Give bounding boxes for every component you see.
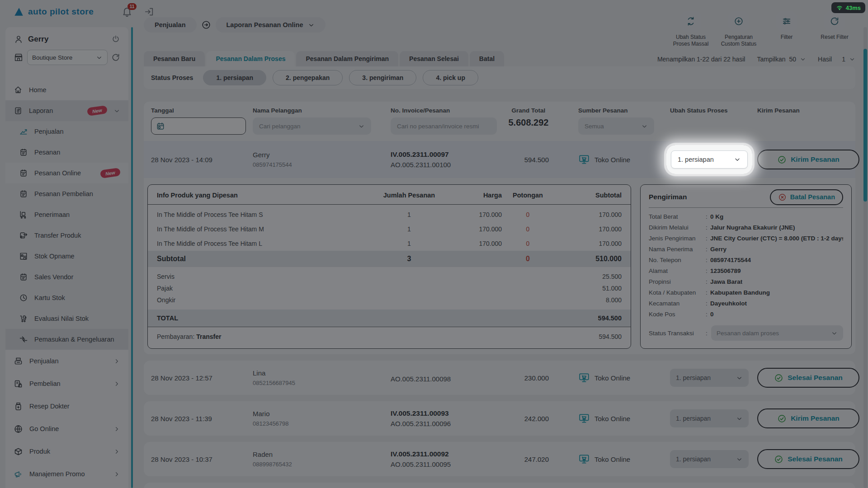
custom-status-tool[interactable]: Pengaturan Custom Status bbox=[718, 11, 760, 47]
nama-pelanggan-select[interactable]: Cari pelanggan bbox=[253, 117, 371, 135]
sidebar-item-resep-dokter[interactable]: Resep Dokter bbox=[5, 395, 128, 418]
report-icon bbox=[14, 106, 23, 115]
home-icon bbox=[14, 85, 23, 94]
order-invoice: IV.005.2311.00093 AO.005.2311.00096 bbox=[382, 409, 504, 427]
status-value: 1. persiapan bbox=[676, 455, 711, 463]
status-proses-select[interactable]: 1. persiapan bbox=[671, 150, 748, 169]
sidebar-item-laporan[interactable]: Laporan New bbox=[5, 100, 128, 121]
product-price: 170.000 bbox=[448, 211, 502, 218]
wifi-icon bbox=[836, 4, 843, 11]
chip-persiapan[interactable]: 1. persiapan bbox=[203, 70, 266, 85]
chip-pick-up[interactable]: 4. pick up bbox=[423, 70, 478, 85]
batal-pesanan-button[interactable]: Batal Pesanan bbox=[770, 189, 843, 205]
sidebar-item-home[interactable]: Home bbox=[5, 80, 128, 100]
scrollbar-thumb[interactable] bbox=[863, 49, 867, 202]
order-row-raden[interactable]: 28 Nov 2023 - 10:37 Raden 088998765432 I… bbox=[144, 442, 855, 476]
subtotal-label: Subtotal bbox=[157, 255, 371, 263]
reset-filter-button[interactable] bbox=[824, 11, 845, 32]
col-discount: Potongan bbox=[502, 192, 554, 199]
sidebar-item-penjualan[interactable]: Penjualan bbox=[5, 350, 128, 372]
chip-pengepakan[interactable]: 2. pengepakan bbox=[273, 70, 343, 85]
status-proses-select[interactable]: 1. persiapan bbox=[670, 369, 749, 387]
notifications-button[interactable]: 11 bbox=[122, 6, 132, 17]
custom-status-button[interactable] bbox=[728, 11, 749, 32]
selesai-pesanan-button[interactable]: Selesai Pesanan bbox=[757, 368, 859, 388]
check-circle-icon bbox=[777, 414, 787, 423]
fee-row: Servis 25.500 bbox=[148, 271, 631, 282]
tanggal-input[interactable] bbox=[151, 117, 246, 135]
sidebar-item-manajemen-promo[interactable]: Manajemen Promo bbox=[5, 463, 128, 485]
selesai-pesanan-button[interactable]: Selesai Pesanan bbox=[757, 449, 859, 469]
sidebar-item-label: Go Online bbox=[29, 425, 107, 432]
invoice-search-input[interactable]: Cari no pesanan/invoice resmi bbox=[391, 117, 497, 135]
store-select[interactable]: Boutique Store bbox=[27, 50, 108, 65]
order-source: Toko Online bbox=[553, 413, 644, 424]
order-row-lina[interactable]: 28 Nov 2023 - 12:57 Lina 0852156687945 A… bbox=[144, 361, 855, 395]
order-action-cell: Selesai Pesanan bbox=[740, 449, 859, 469]
chip-label: 2. pengepakan bbox=[286, 74, 330, 81]
scrollbar-track[interactable] bbox=[863, 27, 867, 488]
sidebar-item-laporan-penjualan[interactable]: Penjualan bbox=[5, 121, 128, 142]
shipping-field: Kode Pos0 bbox=[649, 309, 843, 320]
reset-filter-tool[interactable]: Reset Filter bbox=[814, 11, 855, 47]
filter-tool[interactable]: Filter bbox=[766, 11, 807, 47]
customer-name: Raden bbox=[253, 450, 382, 458]
sidebar-item-pesanan-pembelian[interactable]: Pesanan Pembelian bbox=[5, 183, 128, 204]
per-page-select[interactable]: Tampilkan 50 bbox=[757, 56, 806, 63]
sidebar-item-pembelian[interactable]: Pembelian bbox=[5, 372, 128, 395]
sidebar-item-pemasukan-pengeluaran[interactable]: Pemasukan & Pengeluaran bbox=[5, 329, 128, 350]
tab-batal[interactable]: Batal bbox=[470, 51, 504, 66]
sidebar-item-sales-vendor[interactable]: Sales Vendor bbox=[5, 267, 128, 287]
sidebar-item-pesanan[interactable]: Pesanan bbox=[5, 142, 128, 163]
shipping-field: KecamatanDayeuhkolot bbox=[649, 298, 843, 309]
breadcrumb-laporan-pesanan-online[interactable]: Laporan Pesanan Online bbox=[216, 17, 326, 33]
subtotal-discount: 0 bbox=[502, 255, 554, 263]
store-refresh-icon[interactable] bbox=[111, 53, 120, 62]
order-customer: Gerry 085974175544 bbox=[253, 151, 382, 168]
plus-circle-icon bbox=[734, 16, 744, 26]
status-transaksi-select[interactable]: Pesanan dalam proses bbox=[711, 325, 843, 341]
refresh-icon bbox=[830, 16, 840, 26]
order-row-mario[interactable]: 28 Nov 2023 - 11:39 Mario 08123456798 IV… bbox=[144, 401, 855, 436]
product-row: In The Middle of Process Tee Hitam M 1 1… bbox=[148, 222, 631, 236]
kirim-pesanan-button[interactable]: Kirim Pesanan bbox=[757, 408, 859, 428]
sidebar-item-stok-opname[interactable]: Stok Opname bbox=[5, 246, 128, 267]
product-name: In The Middle of Process Tee Hitam L bbox=[157, 240, 371, 247]
sidebar-item-evaluasi-nilai-stok[interactable]: Evaluasi Nilai Stok bbox=[5, 308, 128, 329]
field-label: Kecamatan bbox=[649, 298, 706, 309]
tab-pesanan-baru[interactable]: Pesanan Baru bbox=[144, 51, 205, 66]
status-proses-bar: Status Proses 1. persiapan 2. pengepakan… bbox=[144, 66, 855, 89]
tab-pesanan-selesai[interactable]: Pesanan Selesai bbox=[400, 51, 468, 66]
order-row-gerry[interactable]: 28 Nov 2023 - 14:09 Gerry 085974175544 I… bbox=[144, 141, 855, 178]
chip-pengiriman[interactable]: 3. pengiriman bbox=[349, 70, 416, 85]
sidebar-item-pesanan-online[interactable]: Pesanan Online New bbox=[5, 163, 128, 183]
order-date: 28 Nov 2023 - 14:09 bbox=[151, 156, 253, 164]
breadcrumb-penjualan[interactable]: Penjualan bbox=[144, 17, 197, 33]
latency-indicator: 43ms bbox=[831, 2, 865, 13]
bulk-status-tool[interactable]: Ubah Status Proses Massal bbox=[670, 11, 712, 47]
filter-button[interactable] bbox=[776, 11, 797, 32]
action-label: Selesai Pesanan bbox=[788, 374, 843, 382]
main-content: Penjualan Laporan Pesanan Online Ubah St… bbox=[144, 0, 855, 488]
product-row: In The Middle of Process Tee Hitam S 1 1… bbox=[148, 207, 631, 222]
fee-label: Servis bbox=[157, 273, 371, 280]
status-proses-select[interactable]: 1. persiapan bbox=[670, 450, 749, 468]
sidebar-item-transfer-produk[interactable]: Transfer Produk bbox=[5, 225, 128, 246]
kirim-pesanan-button[interactable]: Kirim Pesanan bbox=[757, 150, 859, 169]
product-discount: 0 bbox=[502, 240, 554, 247]
order-date: 28 Nov 2023 - 10:37 bbox=[151, 455, 253, 463]
sidebar-item-kartu-stok[interactable]: Kartu Stok bbox=[5, 287, 128, 308]
tab-pesanan-dalam-pengiriman[interactable]: Pesanan Dalam Pengiriman bbox=[296, 51, 398, 66]
brand-logo[interactable]: auto pilot store bbox=[13, 6, 94, 18]
sidebar-item-produk[interactable]: Produk bbox=[5, 440, 128, 463]
status-proses-select[interactable]: 1. persiapan bbox=[670, 409, 749, 427]
sidebar-item-go-online[interactable]: Go Online bbox=[5, 418, 128, 440]
tab-pesanan-dalam-proses[interactable]: Pesanan Dalam Proses bbox=[206, 51, 295, 66]
sidebar-item-penerimaan[interactable]: Penerimaan bbox=[5, 204, 128, 225]
page-select[interactable]: Hasil 1 bbox=[818, 56, 855, 63]
subtotal-qty: 3 bbox=[371, 255, 448, 263]
bulk-status-button[interactable] bbox=[680, 11, 701, 32]
product-name: In The Middle of Process Tee Hitam M bbox=[157, 225, 371, 233]
sumber-pesanan-select[interactable]: Semua bbox=[578, 117, 654, 135]
power-icon[interactable] bbox=[111, 35, 120, 44]
